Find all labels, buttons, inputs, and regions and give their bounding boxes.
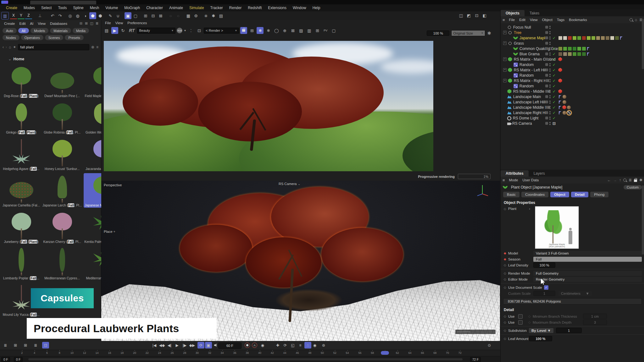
enabled-check-icon[interactable]: ✓ bbox=[552, 79, 556, 83]
transport-play-icon[interactable]: ▶ bbox=[174, 342, 180, 348]
search-icon[interactable] bbox=[623, 178, 626, 182]
filter-chip-scenes[interactable]: Scenes bbox=[45, 35, 64, 40]
visibility-dots[interactable] bbox=[549, 42, 551, 45]
asset-card-japanese-camellia[interactable]: Japanese Camellia (Fal... bbox=[2, 173, 41, 208]
toolbar-capsule-a-icon[interactable]: ◍ bbox=[74, 12, 81, 19]
toolbar-pen-tool-icon[interactable]: ◎ bbox=[67, 12, 74, 19]
redhex-tag-icon[interactable] bbox=[558, 57, 562, 61]
object-row-rs-camera[interactable]: RS Camera⊡ bbox=[501, 121, 644, 126]
display-flag-icon[interactable] bbox=[586, 52, 590, 56]
menu-spline[interactable]: Spline bbox=[70, 6, 86, 10]
asset-card-honey-locust-sunbur[interactable]: Honey Locust 'Sunbur... bbox=[42, 137, 82, 171]
tab-attributes[interactable]: Attributes bbox=[501, 170, 529, 177]
enabled-check-icon[interactable]: ✓ bbox=[552, 100, 556, 104]
display-flag-icon[interactable] bbox=[586, 47, 590, 51]
filter-chip-nodes[interactable]: Nodes bbox=[3, 35, 19, 40]
document-tab[interactable] bbox=[30, 1, 96, 4]
redhex-tag-icon[interactable] bbox=[558, 79, 562, 83]
transport-loop-playback-icon[interactable]: ⟳ bbox=[197, 342, 204, 348]
range-end-field[interactable]: 72 F bbox=[470, 357, 481, 362]
rv-pv-icon[interactable]: PV bbox=[322, 27, 329, 34]
menu-modes[interactable]: Modes bbox=[21, 6, 38, 10]
object-row-japanese-maple[interactable]: Japanese Maple✓ bbox=[501, 35, 644, 41]
sphere-tag-icon[interactable] bbox=[562, 95, 567, 99]
visibility-dots[interactable] bbox=[549, 58, 551, 61]
search-input[interactable] bbox=[18, 44, 89, 50]
size-dropdown[interactable]: Original Size▼ bbox=[451, 30, 485, 36]
enabled-check-icon[interactable]: ✓ bbox=[552, 68, 556, 72]
toolbar-capsule-c-icon[interactable]: ⬢ bbox=[97, 12, 104, 19]
transport-solo-b-icon[interactable]: ⊚ bbox=[320, 342, 327, 348]
rv-crop-icon[interactable]: ⊡ bbox=[196, 27, 203, 34]
rv-grid-icon[interactable]: ⊞ bbox=[248, 27, 255, 34]
use-document-scale-checkbox[interactable]: ✓ bbox=[544, 285, 548, 290]
subdivision-mode-dropdown[interactable]: By Level▼ bbox=[529, 328, 553, 333]
transport-key-rotation-icon[interactable]: ⟳ bbox=[282, 342, 289, 348]
browser-menu-edit[interactable]: Edit bbox=[17, 22, 28, 25]
sphere-tag-icon[interactable] bbox=[567, 105, 571, 110]
camera-label[interactable]: RS Camera ⌄ bbox=[279, 182, 301, 186]
rv-film-icon[interactable]: ▤ bbox=[103, 27, 110, 34]
rv-snapshot-icon[interactable]: ❄ bbox=[257, 27, 264, 34]
layer-chip[interactable] bbox=[545, 36, 548, 39]
visibility-dots[interactable] bbox=[549, 85, 551, 88]
render-mode-dropdown[interactable]: Full Geometry bbox=[533, 271, 642, 276]
visibility-dots[interactable] bbox=[549, 117, 551, 120]
objects-menu-bookmarks[interactable]: Bookmarks bbox=[567, 18, 589, 22]
render-settings-gear-icon[interactable]: ✱ bbox=[487, 30, 491, 36]
coord-system-icon[interactable]: ⊥ bbox=[36, 13, 43, 19]
back-icon[interactable]: ‹ bbox=[3, 45, 4, 49]
material-swatch[interactable] bbox=[563, 47, 567, 51]
menu-character[interactable]: Character bbox=[143, 6, 166, 10]
transport-record-keyframe-icon[interactable] bbox=[245, 343, 250, 348]
toolbar-grid-a-icon[interactable]: ⊞ bbox=[142, 12, 149, 19]
layer-chip[interactable] bbox=[545, 58, 548, 61]
up-icon[interactable]: ↑ bbox=[619, 178, 621, 182]
visibility-dots[interactable] bbox=[549, 101, 551, 104]
render-view-menu-view[interactable]: View bbox=[114, 21, 125, 25]
keyframe-dot[interactable]: ◆ bbox=[504, 251, 508, 255]
asset-card-juneberry[interactable]: Juneberry (Fall, Plant) bbox=[2, 210, 41, 244]
leaf-amount-field[interactable]: 100 % bbox=[529, 336, 552, 341]
plant-thumbnail[interactable]: Japanese Maple (Acer palmatum) bbox=[535, 206, 579, 249]
enabled-check-icon[interactable]: ✓ bbox=[552, 95, 556, 99]
sphere-tag-icon[interactable] bbox=[562, 100, 567, 104]
material-swatch[interactable] bbox=[596, 36, 600, 40]
object-row-random[interactable]: Random✓ bbox=[501, 83, 644, 89]
enabled-check-icon[interactable]: ✓ bbox=[552, 52, 556, 56]
visibility-dots[interactable] bbox=[549, 106, 551, 109]
object-row-common-quaking-grass[interactable]: Common Quaking Grass✓ bbox=[501, 46, 644, 51]
transport-prev-frame-icon[interactable]: ◀| bbox=[166, 342, 173, 348]
toolbar-redo-icon[interactable]: ↷ bbox=[57, 12, 64, 19]
tab-layers[interactable]: Layers bbox=[529, 170, 550, 177]
sphere-tag-icon[interactable] bbox=[562, 111, 567, 115]
current-frame-marker[interactable] bbox=[381, 351, 389, 355]
browser-view-icon-0[interactable]: ⊟ bbox=[79, 21, 83, 25]
tab-takes[interactable]: Takes bbox=[525, 10, 544, 16]
forward-icon[interactable]: → bbox=[613, 178, 617, 182]
toolbar-modeling-b-icon[interactable]: ▢ bbox=[132, 12, 139, 19]
visibility-dots[interactable] bbox=[549, 74, 551, 77]
objects-scrollbar[interactable] bbox=[642, 19, 644, 69]
keyframe-dot[interactable]: ◇ bbox=[504, 263, 508, 267]
transport-timeline-key-icon[interactable]: ⊙ bbox=[486, 342, 493, 348]
browser-menu-create[interactable]: Create bbox=[2, 22, 17, 25]
object-row-rs-matrix-middle-hill[interactable]: RS Matrix - Middle Hill✓ bbox=[501, 89, 644, 94]
forward-icon[interactable]: › bbox=[6, 45, 7, 49]
transport-next-frame-icon[interactable]: |▶ bbox=[181, 342, 188, 348]
transport-key-scale-icon[interactable]: ◱ bbox=[289, 342, 296, 348]
layer-chip[interactable] bbox=[545, 31, 548, 34]
asset-card-dog-rose[interactable]: Dog-Rose (Fall, Plant) bbox=[2, 64, 41, 98]
layer-chip[interactable] bbox=[545, 117, 548, 119]
object-row-landscape-left-hill[interactable]: Landscape Left Hill✓ bbox=[501, 99, 644, 105]
attr-tab-coordinates[interactable]: Coordinates bbox=[521, 192, 548, 197]
browser-view-icon-2[interactable]: ◫ bbox=[90, 21, 94, 25]
material-swatch[interactable] bbox=[563, 36, 567, 40]
object-row-rs-matrix-right-hill[interactable]: +RS Matrix - Right Hill✓ bbox=[501, 78, 644, 83]
rv-render-slot-dropdown[interactable]: < Render >▼ bbox=[204, 28, 239, 34]
range-start-field[interactable]: 0 F bbox=[1, 357, 10, 362]
browser-menu-view[interactable]: View bbox=[36, 22, 48, 25]
layer-chip[interactable] bbox=[545, 79, 548, 82]
enabled-check-icon[interactable]: ✓ bbox=[552, 105, 556, 110]
enabled-check-icon[interactable]: ✓ bbox=[552, 57, 556, 62]
